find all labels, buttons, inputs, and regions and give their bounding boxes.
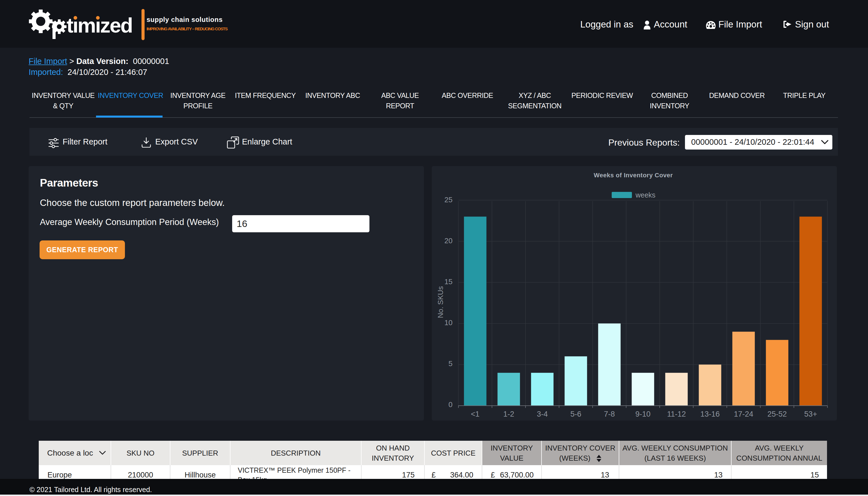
svg-text:0: 0 (448, 400, 453, 409)
svg-text:17-24: 17-24 (734, 410, 753, 418)
svg-text:13-16: 13-16 (700, 410, 720, 418)
svg-text:10: 10 (444, 319, 453, 327)
svg-text:25-52: 25-52 (767, 410, 787, 418)
svg-text:15: 15 (444, 277, 453, 286)
svg-text:53+: 53+ (804, 410, 817, 418)
svg-text:5-6: 5-6 (570, 410, 581, 418)
svg-text:11-12: 11-12 (667, 410, 686, 418)
svg-text:20: 20 (444, 236, 453, 245)
svg-text:Weeks of Inventory Cover: Weeks of Inventory Cover (594, 172, 673, 179)
svg-text:5: 5 (448, 359, 453, 368)
svg-text:weeks: weeks (635, 191, 655, 199)
svg-text:1-2: 1-2 (503, 410, 514, 418)
svg-text:<1: <1 (471, 410, 479, 418)
svg-text:No. SKUs: No. SKUs (436, 286, 445, 318)
svg-text:9-10: 9-10 (635, 410, 651, 418)
svg-text:3-4: 3-4 (537, 410, 548, 418)
svg-text:7-8: 7-8 (604, 410, 615, 418)
svg-text:25: 25 (444, 196, 453, 204)
